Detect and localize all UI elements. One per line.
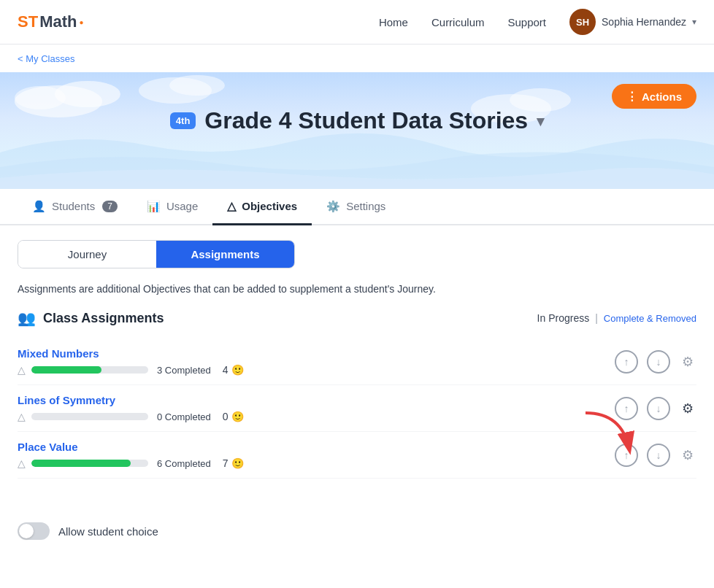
settings-tab-label: Settings xyxy=(346,200,385,212)
description: Assignments are additional Objectives th… xyxy=(0,283,714,309)
progress-triangle-icon: △ xyxy=(18,411,26,422)
assignment-left: Mixed Numbers △ 3 Completed 4 🙂 xyxy=(18,347,615,376)
grade-badge: 4th xyxy=(170,112,196,129)
gear-button-active[interactable]: ⚙ xyxy=(679,398,696,419)
gear-button[interactable]: ⚙ xyxy=(679,351,696,373)
move-down-button[interactable]: ↓ xyxy=(647,397,670,420)
usage-tab-label: Usage xyxy=(166,200,198,212)
title-chevron-icon[interactable]: ▾ xyxy=(537,112,544,130)
students-badge: 7 xyxy=(102,201,118,212)
description-text: Assignments are additional Objectives th… xyxy=(18,283,436,295)
student-count-number: 7 xyxy=(223,457,229,469)
assignment-right: ↑ ↓ ⚙ xyxy=(615,350,696,374)
objectives-tab-icon: △ xyxy=(227,199,236,213)
student-icon: 🙂 xyxy=(231,411,244,422)
avatar-initials: SH xyxy=(576,17,589,28)
assignment-progress: △ 3 Completed 4 🙂 xyxy=(18,364,615,376)
student-icon: 🙂 xyxy=(231,457,244,469)
progress-bar-container xyxy=(31,366,148,374)
section-title-icon: 👥 xyxy=(18,309,36,327)
student-count-number: 0 xyxy=(223,411,229,422)
completed-count: 6 Completed xyxy=(157,458,211,469)
actions-label: Actions xyxy=(642,90,682,103)
progress-triangle-icon: △ xyxy=(18,364,26,376)
logo: ST Math ● xyxy=(18,12,84,31)
progress-bar-container xyxy=(31,413,148,420)
hero-title: 4th Grade 4 Student Data Stories ▾ xyxy=(0,93,714,163)
logo-dot: ● xyxy=(79,18,83,26)
progress-bar xyxy=(31,460,131,467)
divider: | xyxy=(595,312,598,324)
student-icon: 🙂 xyxy=(231,364,244,376)
student-choice-row: Allow student choice xyxy=(0,508,714,554)
move-up-button[interactable]: ↑ xyxy=(615,350,638,374)
move-down-button[interactable]: ↓ xyxy=(647,444,670,467)
section-title: 👥 Class Assignments xyxy=(18,309,164,327)
chevron-down-icon: ▾ xyxy=(692,17,696,27)
assignment-name[interactable]: Lines of Symmetry xyxy=(18,394,615,406)
header: ST Math ● Home Curriculum Support SH Sop… xyxy=(0,0,714,45)
student-choice-toggle[interactable] xyxy=(18,522,50,540)
student-choice-label: Allow student choice xyxy=(58,525,158,538)
assignment-left: Place Value △ 6 Completed 7 🙂 xyxy=(18,441,615,469)
tab-usage[interactable]: 📊 Usage xyxy=(132,189,212,225)
objectives-tab-label: Objectives xyxy=(242,200,297,212)
progress-bar xyxy=(31,366,101,374)
logo-math: Math xyxy=(39,12,77,31)
progress-triangle-icon: △ xyxy=(18,457,26,469)
student-count-number: 4 xyxy=(223,364,229,376)
settings-tab-icon: ⚙️ xyxy=(326,200,340,213)
assignment-name[interactable]: Place Value xyxy=(18,441,615,453)
assignment-left: Lines of Symmetry △ 0 Completed 0 🙂 xyxy=(18,394,615,422)
assignment-progress: △ 0 Completed 0 🙂 xyxy=(18,411,615,422)
progress-bar-container xyxy=(31,460,148,467)
student-count: 7 🙂 xyxy=(223,457,244,469)
section-actions: In Progress | Complete & Removed xyxy=(537,312,696,324)
student-count: 0 🙂 xyxy=(223,411,244,422)
actions-button[interactable]: ⋮ Actions xyxy=(612,84,696,109)
assignment-row: Mixed Numbers △ 3 Completed 4 🙂 ↑ ↓ ⚙ xyxy=(18,339,696,385)
complete-removed-link[interactable]: Complete & Removed xyxy=(604,313,696,324)
main-tabs: 👤 Students 7 📊 Usage △ Objectives ⚙️ Set… xyxy=(0,189,714,225)
gear-button[interactable]: ⚙ xyxy=(679,444,696,466)
section-header: 👥 Class Assignments In Progress | Comple… xyxy=(18,309,696,327)
students-tab-label: Students xyxy=(52,200,95,212)
nav-curriculum[interactable]: Curriculum xyxy=(431,16,485,28)
sub-tabs: Journey Assignments xyxy=(18,240,295,268)
nav-home[interactable]: Home xyxy=(379,16,408,28)
completed-count: 3 Completed xyxy=(157,365,211,376)
move-down-button[interactable]: ↓ xyxy=(647,350,670,374)
tab-students[interactable]: 👤 Students 7 xyxy=(18,189,132,225)
logo-st: ST xyxy=(18,12,38,31)
student-count: 4 🙂 xyxy=(223,364,244,376)
user-name: Sophia Hernandez xyxy=(602,16,686,28)
nav-support[interactable]: Support xyxy=(507,16,546,28)
user-menu[interactable]: SH Sophia Hernandez ▾ xyxy=(569,9,696,35)
class-title: 4th Grade 4 Student Data Stories ▾ xyxy=(0,107,714,134)
usage-tab-icon: 📊 xyxy=(147,200,161,213)
completed-count: 0 Completed xyxy=(157,411,211,422)
section-title-text: Class Assignments xyxy=(43,311,164,326)
sub-tab-assignments[interactable]: Assignments xyxy=(156,241,294,268)
tab-objectives[interactable]: △ Objectives xyxy=(212,189,312,225)
nav-links: Home Curriculum Support SH Sophia Hernan… xyxy=(379,9,696,35)
sub-tab-journey[interactable]: Journey xyxy=(18,241,156,268)
actions-icon: ⋮ xyxy=(626,90,637,103)
assignment-progress: △ 6 Completed 7 🙂 xyxy=(18,457,615,469)
toggle-knob xyxy=(19,524,34,538)
hero-banner: ⋮ Actions 4th Grade 4 Student Data Stori… xyxy=(0,72,714,189)
red-arrow-indicator xyxy=(578,406,644,471)
my-classes-link[interactable]: < My Classes xyxy=(18,53,74,64)
avatar: SH xyxy=(569,9,596,35)
in-progress-label: In Progress xyxy=(537,312,590,324)
assignment-name[interactable]: Mixed Numbers xyxy=(18,347,615,360)
tab-settings[interactable]: ⚙️ Settings xyxy=(312,189,400,225)
title-text: Grade 4 Student Data Stories xyxy=(204,107,528,134)
students-tab-icon: 👤 xyxy=(32,200,46,213)
breadcrumb: < My Classes xyxy=(0,45,714,72)
